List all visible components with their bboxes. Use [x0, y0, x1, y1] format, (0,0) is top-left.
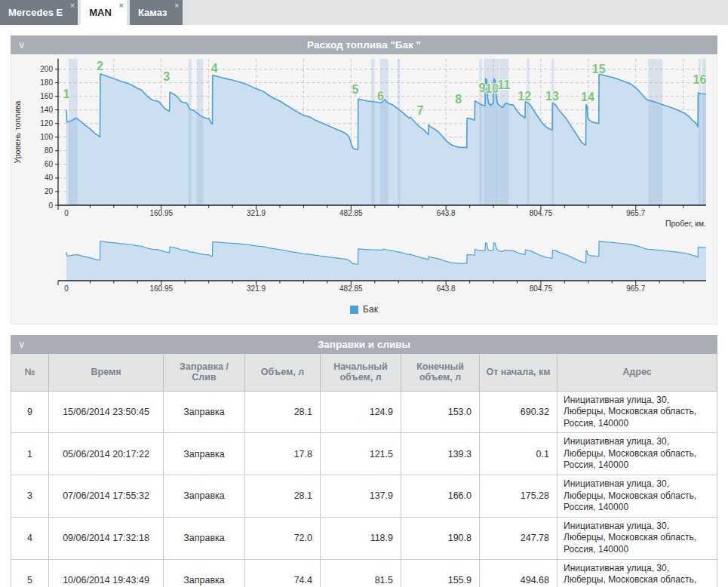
svg-text:160: 160	[40, 92, 53, 100]
spacer	[0, 324, 728, 335]
cell-num: 3	[11, 475, 49, 518]
svg-text:0: 0	[64, 209, 69, 217]
svg-text:200: 200	[40, 65, 53, 73]
svg-text:20: 20	[45, 187, 54, 195]
cell-time: 15/06/2014 23:50:45	[49, 391, 164, 433]
fuel-level-chart[interactable]: 0204060801001201401601802000160.95321.94…	[11, 54, 717, 297]
tab-kamaz[interactable]: Камаз ×	[130, 0, 183, 25]
cell-start-volume: 81.5	[321, 559, 401, 587]
cell-address: Инициативная улица, 30, Люберцы, Московс…	[558, 391, 717, 433]
tab-label: Mercedes E	[8, 7, 63, 18]
fuel-panel-header: ∨ Расход топлива "Бак "	[11, 35, 717, 54]
tab-label: MAN	[89, 7, 112, 18]
cell-num: 5	[11, 559, 49, 587]
cell-volume: 28.1	[245, 391, 321, 433]
svg-text:180: 180	[40, 78, 53, 87]
cell-start-volume: 121.5	[321, 433, 401, 475]
svg-text:321.9: 321.9	[247, 209, 266, 217]
svg-text:100: 100	[40, 133, 53, 141]
col-header-start-volume[interactable]: Начальный объем, л	[321, 354, 401, 391]
table-row[interactable]: 5 10/06/2014 19:43:49 Заправка 74.4 81.5…	[11, 559, 717, 587]
svg-text:643.8: 643.8	[437, 209, 456, 217]
cell-start-volume: 137.9	[321, 475, 401, 518]
refuels-panel-header: ∨ Заправки и сливы	[11, 335, 717, 354]
svg-text:482.85: 482.85	[339, 209, 363, 217]
close-icon[interactable]: ×	[118, 2, 123, 10]
svg-text:160.95: 160.95	[149, 284, 173, 293]
col-header-type[interactable]: Заправка / Слив	[164, 354, 245, 391]
svg-text:8: 8	[455, 93, 462, 106]
cell-from-start: 247.78	[480, 517, 558, 559]
cell-time: 07/06/2014 17:55:32	[49, 475, 164, 518]
svg-text:804.75: 804.75	[530, 209, 553, 217]
cell-from-start: 175.28	[480, 475, 558, 518]
svg-text:804.75: 804.75	[530, 284, 553, 293]
table-row[interactable]: 9 15/06/2014 23:50:45 Заправка 28.1 124.…	[11, 391, 717, 433]
tab-mercedes-e[interactable]: Mercedes E ×	[0, 0, 78, 25]
cell-end-volume: 153.0	[401, 391, 480, 433]
svg-text:13: 13	[545, 90, 559, 103]
cell-num: 4	[11, 517, 49, 559]
svg-text:40: 40	[45, 174, 54, 182]
svg-text:Уровень топлива: Уровень топлива	[13, 100, 22, 163]
svg-text:11: 11	[497, 78, 510, 91]
col-header-volume[interactable]: Объем, л	[245, 354, 321, 391]
tab-label: Камаз	[138, 7, 167, 18]
col-header-time[interactable]: Время	[49, 354, 164, 391]
svg-text:7: 7	[416, 104, 423, 117]
cell-type: Заправка	[164, 559, 245, 587]
svg-text:160.95: 160.95	[149, 209, 173, 217]
cell-from-start: 0.1	[480, 433, 558, 475]
svg-text:60: 60	[45, 160, 54, 168]
cell-time: 09/06/2014 17:32:18	[49, 517, 164, 559]
svg-text:15: 15	[592, 63, 606, 75]
svg-text:2: 2	[97, 60, 103, 72]
svg-text:Пробег, км.: Пробег, км.	[665, 219, 706, 228]
legend-swatch-icon	[350, 306, 358, 314]
col-header-from-start[interactable]: От начала, км	[480, 354, 558, 391]
cell-type: Заправка	[164, 391, 245, 433]
cell-address: Инициативная улица, 30, Люберцы, Московс…	[558, 433, 717, 475]
cell-start-volume: 124.9	[321, 391, 401, 433]
legend-label: Бак	[363, 304, 378, 315]
table-row[interactable]: 4 09/06/2014 17:32:18 Заправка 72.0 118.…	[11, 517, 717, 559]
refuels-panel: ∨ Заправки и сливы № Время Заправка / Сл…	[11, 335, 717, 587]
spacer	[0, 25, 728, 35]
close-icon[interactable]: ×	[174, 2, 179, 10]
cell-from-start: 494.68	[480, 559, 558, 587]
svg-text:965.7: 965.7	[626, 284, 645, 293]
svg-text:5: 5	[352, 83, 358, 96]
cell-num: 9	[11, 391, 49, 433]
svg-text:482.85: 482.85	[339, 284, 363, 293]
svg-text:6: 6	[377, 90, 384, 103]
svg-text:80: 80	[45, 146, 54, 155]
close-icon[interactable]: ×	[70, 2, 75, 10]
refuels-table: № Время Заправка / Слив Объем, л Начальн…	[11, 354, 717, 587]
refuels-panel-title: Заправки и сливы	[11, 339, 717, 350]
table-row[interactable]: 1 05/06/2014 20:17:22 Заправка 17.8 121.…	[11, 433, 717, 475]
chevron-down-icon[interactable]: ∨	[18, 335, 26, 354]
cell-start-volume: 118.9	[321, 517, 401, 559]
chart-legend[interactable]: Бак	[11, 300, 717, 318]
cell-volume: 28.1	[245, 475, 321, 518]
svg-text:12: 12	[518, 90, 531, 103]
tab-man[interactable]: MAN ×	[81, 0, 127, 25]
svg-text:9: 9	[479, 81, 486, 94]
svg-text:120: 120	[40, 119, 53, 128]
cell-type: Заправка	[164, 475, 245, 518]
svg-text:14: 14	[581, 91, 594, 103]
col-header-num[interactable]: №	[11, 354, 49, 391]
svg-text:965.7: 965.7	[626, 209, 645, 217]
chevron-down-icon[interactable]: ∨	[18, 35, 26, 54]
fuel-chart-panel: ∨ Расход топлива "Бак " 0204060801001201…	[11, 35, 717, 324]
cell-type: Заправка	[164, 433, 245, 475]
col-header-end-volume[interactable]: Конечный объем, л	[401, 354, 480, 391]
tab-bar: Mercedes E × MAN × Камаз ×	[0, 0, 728, 25]
col-header-address[interactable]: Адрес	[558, 354, 717, 391]
svg-text:140: 140	[40, 106, 53, 114]
table-row[interactable]: 3 07/06/2014 17:55:32 Заправка 28.1 137.…	[11, 475, 717, 518]
cell-volume: 17.8	[245, 433, 321, 475]
cell-from-start: 690.32	[480, 391, 558, 433]
cell-end-volume: 166.0	[401, 475, 480, 518]
fuel-chart-body: 0204060801001201401601802000160.95321.94…	[11, 54, 717, 324]
